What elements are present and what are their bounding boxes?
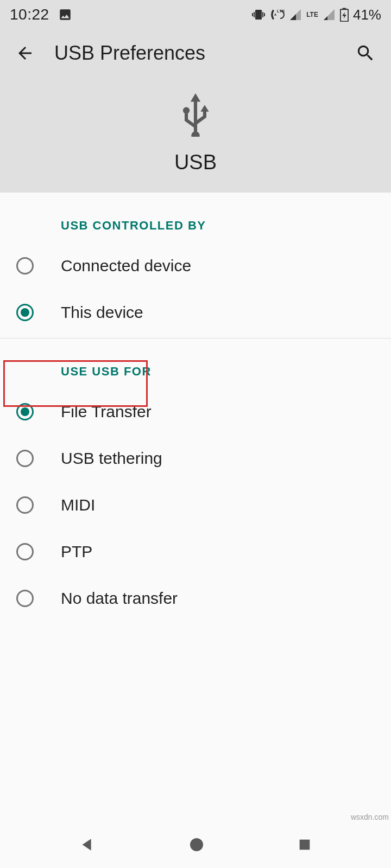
radio-label: Connected device bbox=[61, 257, 191, 275]
usb-icon bbox=[180, 93, 211, 139]
svg-text:LTE: LTE bbox=[277, 9, 285, 14]
status-bar: 10:22 LTE LTE 41% bbox=[0, 0, 391, 29]
vibrate-icon bbox=[252, 8, 265, 21]
navigation-bar bbox=[0, 821, 391, 868]
section-header-use-for: USE USB FOR bbox=[0, 339, 391, 388]
back-button[interactable] bbox=[15, 43, 35, 63]
radio-label: This device bbox=[61, 303, 143, 322]
square-recent-icon bbox=[297, 837, 312, 852]
signal-1-icon bbox=[289, 8, 302, 21]
search-button[interactable] bbox=[355, 43, 376, 63]
radio-ptp[interactable]: PTP bbox=[0, 528, 391, 575]
radio-icon bbox=[16, 543, 34, 560]
hero-label: USB bbox=[174, 151, 217, 174]
nav-recent-button[interactable] bbox=[297, 837, 312, 852]
radio-label: MIDI bbox=[61, 496, 95, 514]
radio-icon bbox=[16, 450, 34, 467]
radio-this-device[interactable]: This device bbox=[0, 289, 391, 336]
radio-icon bbox=[16, 304, 34, 321]
radio-label: No data transfer bbox=[61, 589, 178, 608]
battery-percentage: 41% bbox=[353, 7, 381, 23]
radio-label: File Transfer bbox=[61, 403, 152, 421]
nav-back-button[interactable] bbox=[79, 836, 96, 853]
radio-connected-device[interactable]: Connected device bbox=[0, 242, 391, 289]
svg-point-3 bbox=[190, 838, 203, 851]
radio-icon bbox=[16, 257, 34, 275]
watermark: wsxdn.com bbox=[351, 813, 389, 821]
search-icon bbox=[355, 43, 376, 63]
status-time: 10:22 bbox=[10, 6, 49, 23]
image-icon bbox=[58, 8, 72, 22]
radio-label: PTP bbox=[61, 542, 92, 561]
arrow-back-icon bbox=[15, 43, 35, 63]
hero-section: USB bbox=[0, 77, 391, 193]
radio-label: USB tethering bbox=[61, 449, 162, 468]
battery-charging-icon bbox=[340, 8, 349, 22]
page-title: USB Preferences bbox=[54, 42, 336, 65]
section-header-controlled-by: USB CONTROLLED BY bbox=[0, 193, 391, 242]
radio-file-transfer[interactable]: File Transfer bbox=[0, 388, 391, 435]
radio-icon bbox=[16, 496, 34, 514]
radio-icon bbox=[16, 403, 34, 420]
svg-rect-4 bbox=[300, 840, 310, 850]
radio-usb-tethering[interactable]: USB tethering bbox=[0, 435, 391, 482]
signal-2-icon bbox=[323, 8, 336, 21]
lte-text-icon: LTE bbox=[306, 11, 318, 18]
triangle-back-icon bbox=[79, 836, 96, 853]
radio-icon bbox=[16, 590, 34, 607]
volte-icon: LTE bbox=[269, 8, 285, 21]
circle-home-icon bbox=[188, 836, 205, 853]
svg-rect-2 bbox=[343, 8, 346, 10]
radio-midi[interactable]: MIDI bbox=[0, 482, 391, 528]
nav-home-button[interactable] bbox=[188, 836, 205, 853]
radio-no-data-transfer[interactable]: No data transfer bbox=[0, 575, 391, 622]
app-bar: USB Preferences bbox=[0, 29, 391, 77]
